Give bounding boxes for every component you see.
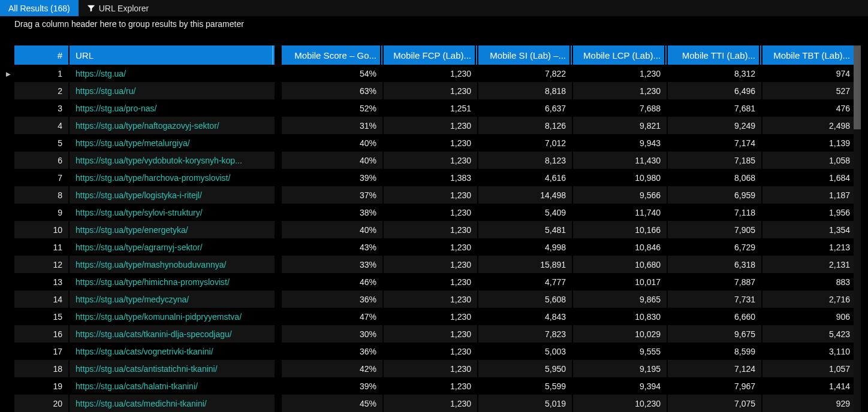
cell-mobile-tbt: 1,187 [762,186,854,204]
cell-mobile-lcp: 1,230 [573,82,668,99]
column-resize-handle[interactable] [272,46,275,65]
column-resize-handle[interactable] [380,46,382,65]
cell-mobile-score: 42% [282,360,384,377]
cell-url[interactable]: https://stg.ua/type/komunalni-pidpryyems… [70,308,276,325]
cell-mobile-tti: 6,318 [668,256,762,273]
cell-mobile-fcp: 1,251 [384,99,478,117]
cell-url[interactable]: https://stg.ua/type/naftogazovyj-sektor/ [70,117,276,134]
table-row[interactable]: 8https://stg.ua/type/logistyka-i-ritejl/… [14,186,854,204]
cell-mobile-fcp: 1,230 [384,395,478,412]
column-resize-handle[interactable] [759,46,761,65]
table-row[interactable]: 6https://stg.ua/type/vydobutok-korysnyh-… [14,152,854,169]
cell-mobile-score: 52% [282,99,384,117]
table-row[interactable]: 1https://stg.ua/54%1,2307,8221,2308,3129… [14,65,854,82]
cell-url[interactable]: https://stg.ua/type/sylovi-struktury/ [70,204,276,221]
cell-mobile-score: 36% [282,343,384,360]
cell-mobile-fcp: 1,230 [384,134,478,152]
cell-url[interactable]: https://stg.ua/cats/tkanini-dlja-specodj… [70,325,276,343]
cell-url[interactable]: https://stg.ua/type/metalurgiya/ [70,134,276,152]
col-header-mobile-score[interactable]: Mobile Score – Go... [282,46,384,65]
cell-mobile-fcp: 1,230 [384,343,478,360]
cell-url[interactable]: https://stg.ua/type/harchova-promyslovis… [70,169,276,186]
cell-mobile-lcp: 10,029 [573,325,668,343]
cell-mobile-fcp: 1,230 [384,273,478,290]
cell-url[interactable]: https://stg.ua/cats/halatni-tkanini/ [70,377,276,395]
cell-mobile-fcp: 1,230 [384,117,478,134]
col-header-mobile-tti[interactable]: Mobile TTI (Lab)... [668,46,762,65]
col-header-mobile-lcp[interactable]: Mobile LCP (Lab)... [573,46,668,65]
cell-mobile-tbt: 476 [762,99,854,117]
col-header-mobile-si[interactable]: Mobile SI (Lab) –... [478,46,573,65]
table-row[interactable]: 5https://stg.ua/type/metalurgiya/40%1,23… [14,134,854,152]
cell-mobile-tbt: 1,213 [762,238,854,256]
cell-url[interactable]: https://stg.ua/cats/medichni-tkanini/ [70,395,276,412]
group-by-hint[interactable]: Drag a column header here to group resul… [0,17,868,31]
table-row[interactable]: 19https://stg.ua/cats/halatni-tkanini/39… [14,377,854,395]
table-row[interactable]: 4https://stg.ua/type/naftogazovyj-sektor… [14,117,854,134]
header-text: Mobile TBT (Lab)... [773,50,850,60]
cell-index: 7 [14,169,70,186]
cell-mobile-si: 14,498 [478,186,573,204]
col-header-url[interactable]: URL [70,46,276,65]
cell-url[interactable]: https://stg.ua/type/logistyka-i-ritejl/ [70,186,276,204]
cell-url[interactable]: https://stg.ua/type/medyczyna/ [70,290,276,308]
col-header-mobile-fcp[interactable]: Mobile FCP (Lab)... [384,46,478,65]
cell-mobile-fcp: 1,230 [384,82,478,99]
cell-mobile-si: 7,822 [478,65,573,82]
table-row[interactable]: 3https://stg.ua/pro-nas/52%1,2516,6377,6… [14,99,854,117]
table-row[interactable]: 2https://stg.ua/ru/63%1,2308,8181,2306,4… [14,82,854,99]
table-row[interactable]: 16https://stg.ua/cats/tkanini-dlja-speco… [14,325,854,343]
cell-mobile-si: 5,950 [478,360,573,377]
table-row[interactable]: 12https://stg.ua/type/mashynobuduvannya/… [14,256,854,273]
cell-index: 20 [14,395,70,412]
cell-mobile-tti: 7,967 [668,377,762,395]
column-resize-handle[interactable] [569,46,572,65]
cell-url[interactable]: https://stg.ua/type/vydobutok-korysnyh-k… [70,152,276,169]
col-header-mobile-tbt[interactable]: Mobile TBT (Lab)... [762,46,854,65]
table-row[interactable]: 7https://stg.ua/type/harchova-promyslovi… [14,169,854,186]
cell-mobile-lcp: 10,980 [573,169,668,186]
cell-url[interactable]: https://stg.ua/type/mashynobuduvannya/ [70,256,276,273]
table-row[interactable]: 10https://stg.ua/type/energetyka/40%1,23… [14,221,854,238]
tab-bar: All Results (168) URL Explorer [0,0,868,17]
table-row[interactable]: 18https://stg.ua/cats/antistatichni-tkan… [14,360,854,377]
cell-mobile-tbt: 1,956 [762,204,854,221]
table-row[interactable]: 9https://stg.ua/type/sylovi-struktury/38… [14,204,854,221]
cell-url[interactable]: https://stg.ua/pro-nas/ [70,99,276,117]
cell-mobile-score: 47% [282,308,384,325]
cell-index: 4 [14,117,70,134]
table-row[interactable]: 14https://stg.ua/type/medyczyna/36%1,230… [14,290,854,308]
cell-mobile-score: 37% [282,186,384,204]
cell-url[interactable]: https://stg.ua/cats/antistatichni-tkanin… [70,360,276,377]
cell-mobile-lcp: 10,846 [573,238,668,256]
cell-mobile-lcp: 9,943 [573,134,668,152]
cell-mobile-tti: 7,124 [668,360,762,377]
cell-mobile-si: 15,891 [478,256,573,273]
cell-mobile-si: 4,998 [478,238,573,256]
table-row[interactable]: 17https://stg.ua/cats/vognetrivki-tkanin… [14,343,854,360]
scrollbar-thumb[interactable] [854,46,861,129]
table-row[interactable]: 11https://stg.ua/type/agrarnyj-sektor/43… [14,238,854,256]
cell-url[interactable]: https://stg.ua/ [70,65,276,82]
cell-index: 1 [14,65,70,82]
cell-url[interactable]: https://stg.ua/type/himichna-promyslovis… [70,273,276,290]
cell-mobile-lcp: 11,430 [573,152,668,169]
cell-mobile-si: 7,823 [478,325,573,343]
tab-all-results[interactable]: All Results (168) [0,0,79,16]
col-header-index[interactable]: # [14,46,70,65]
cell-url[interactable]: https://stg.ua/type/energetyka/ [70,221,276,238]
cell-url[interactable]: https://stg.ua/ru/ [70,82,276,99]
cell-mobile-tbt: 2,131 [762,256,854,273]
column-resize-handle[interactable] [664,46,667,65]
cell-url[interactable]: https://stg.ua/type/agrarnyj-sektor/ [70,238,276,256]
results-grid: # URL Mobile Score – Go... Mobile FCP (L… [14,46,854,412]
tab-url-explorer[interactable]: URL Explorer [79,0,158,16]
cell-mobile-si: 5,019 [478,395,573,412]
column-resize-handle[interactable] [475,46,477,65]
table-row[interactable]: 13https://stg.ua/type/himichna-promyslov… [14,273,854,290]
vertical-scrollbar[interactable] [854,46,861,412]
table-row[interactable]: 20https://stg.ua/cats/medichni-tkanini/4… [14,395,854,412]
cell-mobile-si: 4,843 [478,308,573,325]
table-row[interactable]: 15https://stg.ua/type/komunalni-pidpryye… [14,308,854,325]
cell-url[interactable]: https://stg.ua/cats/vognetrivki-tkanini/ [70,343,276,360]
